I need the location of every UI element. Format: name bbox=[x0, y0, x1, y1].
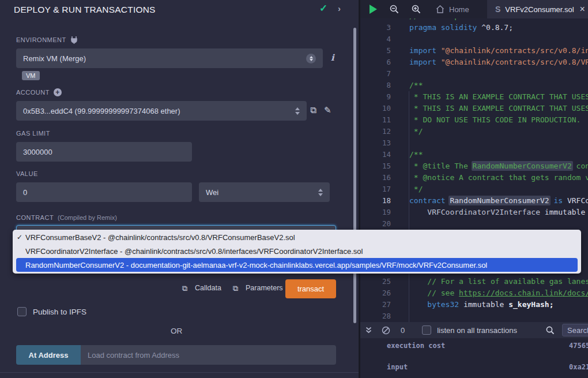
environment-select[interactable]: Remix VM (Merge) bbox=[16, 48, 323, 68]
contract-dropdown-menu: ✓VRFConsumerBaseV2 - @chainlink/contract… bbox=[13, 230, 581, 274]
run-script-play-icon[interactable] bbox=[370, 5, 377, 14]
code-line[interactable]: 3pragma solidity ^0.8.7; bbox=[360, 22, 588, 33]
compile-success-check-icon: ✓ bbox=[319, 2, 327, 14]
code-line[interactable]: 17 */ bbox=[360, 184, 588, 195]
contract-option[interactable]: VRFCoordinatorV2Interface - @chainlink/c… bbox=[13, 244, 581, 258]
copy-calldata-icon[interactable]: ⧉ bbox=[182, 284, 187, 293]
value-unit-select[interactable]: Wei bbox=[199, 182, 330, 202]
copy-account-icon[interactable]: ⧉ bbox=[310, 105, 316, 115]
code-editor[interactable]: 2// An example of a consumer contract th… bbox=[360, 18, 588, 322]
code-line[interactable]: 8/** bbox=[360, 80, 588, 91]
select-arrows-icon bbox=[318, 189, 323, 196]
zoom-out-icon[interactable] bbox=[390, 5, 399, 14]
code-line[interactable]: 28 bbox=[360, 310, 588, 322]
solidity-file-icon: S bbox=[495, 5, 500, 14]
tab-home[interactable]: Home bbox=[436, 5, 469, 14]
value-input[interactable]: 0 bbox=[16, 182, 192, 202]
panel-divider bbox=[0, 372, 359, 373]
code-line[interactable]: 4 bbox=[360, 33, 588, 45]
code-line[interactable]: 26 // see https://docs.chain.link/docs/v… bbox=[360, 287, 588, 299]
calldata-label: Calldata bbox=[195, 284, 221, 292]
line-number: 3 bbox=[360, 22, 399, 33]
line-number: 5 bbox=[360, 45, 399, 57]
terminal-search-input[interactable]: Search bbox=[562, 324, 588, 336]
add-account-icon[interactable]: + bbox=[54, 88, 62, 96]
editor-tabbar: Home S VRFv2Consumer.sol × bbox=[360, 0, 588, 18]
line-number: 11 bbox=[360, 114, 399, 126]
code-line[interactable]: 10 * THIS IS AN EXAMPLE CONTRACT THAT US… bbox=[360, 103, 588, 114]
code-line[interactable]: 19 VRFCoordinatorV2Interface immutable C… bbox=[360, 207, 588, 218]
code-line[interactable]: 20 bbox=[360, 218, 588, 230]
editor-pane: 2// An example of a consumer contract th… bbox=[359, 0, 588, 378]
or-separator: OR bbox=[0, 327, 353, 335]
line-number: 26 bbox=[360, 287, 399, 299]
selected-check-icon: ✓ bbox=[17, 233, 22, 241]
value-label: VALUE bbox=[16, 170, 38, 177]
terminal-row: execution cost47565 gas⧉ bbox=[387, 342, 588, 350]
line-number: 25 bbox=[360, 276, 399, 287]
line-number: 18 bbox=[360, 195, 399, 207]
gas-limit-input[interactable]: 3000000 bbox=[16, 142, 192, 162]
line-number: 27 bbox=[360, 299, 399, 310]
select-arrows-icon bbox=[295, 107, 300, 115]
code-line[interactable]: 13 bbox=[360, 137, 588, 149]
expand-terminal-icon[interactable] bbox=[365, 326, 372, 334]
copy-parameters-icon[interactable]: ⧉ bbox=[233, 284, 238, 293]
contract-label: CONTRACT (Compiled by Remix) bbox=[16, 214, 117, 221]
contract-option[interactable]: RandomNumberConsumerV2 - documentation-g… bbox=[16, 258, 578, 272]
select-arrows-icon bbox=[306, 54, 316, 63]
collapse-panel-chevron-icon[interactable]: › bbox=[338, 3, 341, 13]
listen-transactions-checkbox[interactable] bbox=[422, 325, 431, 335]
transaction-count: 0 bbox=[401, 326, 405, 335]
environment-info-icon[interactable]: i bbox=[331, 53, 334, 63]
terminal-key: input bbox=[387, 363, 408, 371]
line-number: 28 bbox=[360, 310, 399, 322]
close-tab-icon[interactable]: × bbox=[580, 4, 585, 14]
code-line[interactable]: 18contract RandomNumberConsumerV2 is VRF… bbox=[360, 195, 588, 207]
code-line[interactable]: 7 bbox=[360, 68, 588, 80]
terminal-row: input0xa21...a23e4 bbox=[387, 363, 588, 371]
line-number: 9 bbox=[360, 91, 399, 103]
transact-button[interactable]: transact bbox=[285, 279, 336, 298]
code-line[interactable]: 6import "@chainlink/contracts/src/v0.8/V… bbox=[360, 57, 588, 68]
tab-vrfv2consumer[interactable]: S VRFv2Consumer.sol × bbox=[487, 0, 588, 18]
panel-title: DEPLOY & RUN TRANSACTIONS bbox=[14, 5, 156, 15]
code-line[interactable]: 5import "@chainlink/contracts/src/v0.8/i… bbox=[360, 45, 588, 57]
at-address-button[interactable]: At Address bbox=[16, 345, 81, 365]
code-line[interactable]: 14/** bbox=[360, 149, 588, 160]
code-line[interactable]: 27 bytes32 immutable s_keyHash; bbox=[360, 299, 588, 310]
line-number: 12 bbox=[360, 126, 399, 137]
line-number: 14 bbox=[360, 149, 399, 160]
deploy-run-panel: DEPLOY & RUN TRANSACTIONS ✓ › ENVIRONMEN… bbox=[0, 0, 359, 378]
at-address-input[interactable]: Load contract from Address bbox=[81, 345, 336, 365]
zoom-in-icon[interactable] bbox=[412, 5, 421, 14]
remix-ide-window: DEPLOY & RUN TRANSACTIONS ✓ › ENVIRONMEN… bbox=[0, 0, 588, 378]
code-line[interactable]: 25 // For a list of available gas lanes … bbox=[360, 276, 588, 287]
line-number: 10 bbox=[360, 103, 399, 114]
code-line[interactable]: 9 * THIS IS AN EXAMPLE CONTRACT THAT USE… bbox=[360, 91, 588, 103]
panel-scrollbar[interactable] bbox=[353, 28, 356, 323]
code-line[interactable]: 11 * DO NOT USE THIS CODE IN PRODUCTION. bbox=[360, 114, 588, 126]
sign-message-icon[interactable]: ✎ bbox=[324, 105, 331, 115]
line-number: 8 bbox=[360, 80, 399, 91]
code-line[interactable]: 12 */ bbox=[360, 126, 588, 137]
publish-ipfs-checkbox[interactable] bbox=[17, 307, 27, 316]
line-number: 16 bbox=[360, 172, 399, 184]
contract-sublabel: (Compiled by Remix) bbox=[58, 214, 117, 221]
terminal-key: execution cost bbox=[387, 342, 445, 350]
parameters-label: Parameters bbox=[246, 284, 283, 292]
code-line[interactable]: 16 * @notice A contract that gets random… bbox=[360, 172, 588, 184]
plug-icon bbox=[70, 36, 78, 44]
clear-console-icon[interactable] bbox=[382, 326, 390, 335]
line-number: 6 bbox=[360, 57, 399, 68]
terminal-value: 47565 gas bbox=[569, 342, 588, 350]
home-icon bbox=[436, 5, 444, 13]
line-number: 15 bbox=[360, 160, 399, 172]
contract-option[interactable]: ✓VRFConsumerBaseV2 - @chainlink/contract… bbox=[13, 230, 581, 244]
code-line[interactable]: 15 * @title The RandomNumberConsumerV2 c… bbox=[360, 160, 588, 172]
publish-ipfs-label: Publish to IPFS bbox=[33, 308, 86, 316]
terminal-value: 0xa21...a23e4 bbox=[569, 363, 588, 371]
environment-label: ENVIRONMENT bbox=[16, 36, 78, 44]
account-select[interactable]: 0x5B3...eddC4 (99.99999999997374068 ethe… bbox=[16, 101, 307, 121]
search-icon bbox=[546, 326, 555, 335]
